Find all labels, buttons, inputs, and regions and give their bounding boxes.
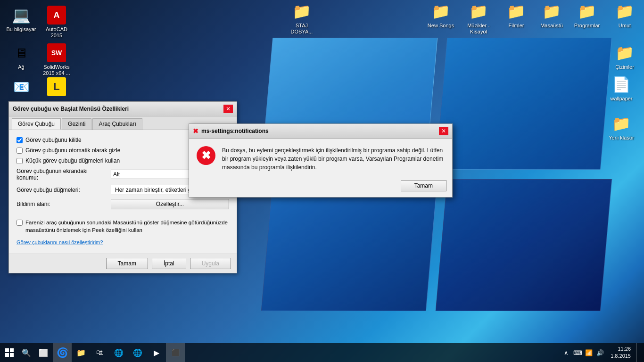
masaustu-icon: 📁 [542,2,561,21]
ozelleştir-button[interactable]: Özelleştir... [111,199,229,209]
muzikler-label: Müzikler - Kısayol [462,23,495,35]
filmler-label: Filmler [499,23,533,29]
ag-icon: 🖥 [12,43,31,62]
desktop-icon-ag[interactable]: 🖥 Ağ [2,41,40,72]
autocad-label: AutoCAD 2015 [40,26,74,39]
checkbox-gizle-input[interactable] [17,148,23,154]
tab-gezinti[interactable]: Gezinti [62,118,91,130]
yeni-klasor-label: Yeni klasör [604,135,638,141]
programlar-label: Programlar [570,23,604,29]
desktop-icon-cizimler[interactable]: 📁 Çizimler [606,41,644,72]
autocad-icon: A [47,6,66,25]
tray-keyboard-icon[interactable]: ⌨ [573,343,582,362]
checkbox-kucuk-label: Küçük görev çubuğu düğmeleri kullan [25,157,120,164]
tray-show-hidden[interactable]: ∧ [561,343,571,362]
svg-rect-2 [5,353,9,357]
wallpaper-label: wallpaper [604,96,638,102]
taskbar-props-footer: Tamam İptal Uygula [9,254,237,273]
footer-uygula-button[interactable]: Uygula [190,258,231,269]
bu-bilgisayar-label: Bu bilgisayar [4,26,38,33]
taskbar-chrome2-button[interactable]: 🌐 [128,343,147,362]
desktop-icon-outlook[interactable]: 📧 [2,75,40,100]
taskbar-chrome-button[interactable]: 🌐 [109,343,128,362]
error-message-text: Bu dosya, bu eylemi gerçekleştirmek için… [222,146,445,172]
desktop-icon-autocad[interactable]: A AutoCAD 2015 [38,4,75,41]
taskbar-tray: ∧ ⌨ 📶 🔊 11:26 1.8.2015 [561,343,644,362]
error-titlebar: ✖ ms-settings:notifications ✕ [189,124,452,139]
start-button[interactable] [0,343,19,362]
taskbar-props-close-button[interactable]: ✕ [223,105,233,113]
checkbox-peek-input[interactable] [17,220,23,226]
error-title-text: ms-settings:notifications [201,128,269,134]
checkbox-kilitle-input[interactable] [17,137,23,143]
taskbar-edge-button[interactable]: 🌀 [53,343,72,362]
desktop-icon-masaustu[interactable]: 📁 Masaüstü [533,0,570,31]
desktop-icon-programlar[interactable]: 📁 Programlar [568,0,606,31]
desktop-icon-umut[interactable]: 📁 Umut [606,0,644,31]
desktop-icon-l-icon[interactable]: L [38,75,75,100]
taskbar-file-explorer-button[interactable]: 📁 [72,343,91,362]
svg-rect-3 [10,353,14,357]
tray-volume-icon[interactable]: 🔊 [595,343,605,362]
cizimler-label: Çizimler [608,64,642,70]
tray-clock[interactable]: 11:26 1.8.2015 [607,345,635,361]
footer-iptal-button[interactable]: İptal [152,258,186,269]
task-view-button[interactable]: ⬜ [34,343,53,362]
error-close-button[interactable]: ✕ [439,127,448,135]
desktop-icon-filmler[interactable]: 📁 Filmler [497,0,535,31]
tab-gorev-cubugu[interactable]: Görev Çubuğu [12,118,61,130]
taskbar-media-button[interactable]: ▶ [147,343,166,362]
taskbar-props-title: Görev çubuğu ve Başlat Menüsü Özellikler… [13,106,129,112]
checkbox-kilitle-label: Görev çubuğunu kilitle [25,137,82,143]
taskbar: 🔍 ⬜ 🌀 📁 🛍 🌐 🌐 ▶ ⬛ ∧ ⌨ 📶 🔊 11:26 1.8.2015 [0,343,644,362]
programlar-icon: 📁 [578,2,596,21]
form-row-bildirim: Bildirim alanı: Özelleştir... [17,199,229,209]
masaustu-label: Masaüstü [535,23,569,29]
desktop-icon-yeni-klasor[interactable]: 📁 Yeni klasör [603,112,640,143]
footer-tamam-button[interactable]: Tamam [106,258,148,269]
form-label-bildirim: Bildirim alanı: [17,201,111,207]
desktop-icon-muzikler[interactable]: 📁 Müzikler - Kısayol [460,0,497,37]
error-dialog: ✖ ms-settings:notifications ✕ ✖ Bu dosya… [189,123,453,197]
taskbar-cmd-button[interactable]: ⬛ [166,343,185,362]
desktop-icon-new-songs[interactable]: 📁 New Songs [422,0,460,31]
svg-rect-1 [10,348,14,352]
solidworks-icon: SW [47,43,66,62]
solidworks-label: SolidWorks 2015 x64 ... [40,64,74,76]
staj-label: STAJ DOSYA... [285,23,319,35]
new-songs-label: New Songs [424,23,458,29]
search-button[interactable]: 🔍 [19,343,34,362]
win-panel-3 [261,179,438,311]
error-body: ✖ Bu dosya, bu eylemi gerçekleştirmek iç… [189,139,452,177]
outlook-icon: 📧 [12,77,31,96]
checkbox-gizle-label: Görev çubuğunu otomatik olarak gizle [25,147,120,154]
wallpaper-icon: 📄 [612,75,631,94]
checkbox-peek-label: Farenizi araç çubuğunun sonundaki Masaüs… [25,219,229,234]
error-footer: Tamam [189,177,452,197]
desktop-icon-solidworks[interactable]: SW SolidWorks 2015 x64 ... [38,41,75,78]
tab-arac-cubuklari[interactable]: Araç Çubukları [92,118,142,130]
form-label-dugmeler: Görev çubuğu düğmeleri: [17,187,111,193]
form-label-konum: Görev çubuğunun ekrandaki konumu: [17,168,111,181]
error-title-icon: ✖ [193,127,198,135]
umut-label: Umut [608,23,642,29]
desktop: 💻 Bu bilgisayar A AutoCAD 2015 📁 STAJ DO… [0,0,644,362]
staj-icon: 📁 [292,2,311,21]
clock-date: 1.8.2015 [611,353,631,360]
cizimler-icon: 📁 [615,43,634,62]
taskbar-store-button[interactable]: 🛍 [91,343,109,362]
win-panel-4 [436,179,612,311]
clock-time: 11:26 [611,346,631,353]
desktop-icon-staj[interactable]: 📁 STAJ DOSYA... [283,0,321,37]
ag-label: Ağ [4,64,38,70]
tray-show-desktop[interactable] [636,343,640,362]
checkbox-kucuk-input[interactable] [17,158,23,164]
customize-link[interactable]: Görev çubuklarını nasıl özelleştiririm? [17,239,229,245]
muzikler-icon: 📁 [469,2,488,21]
tray-network-icon[interactable]: 📶 [584,343,594,362]
desktop-icon-bu-bilgisayar[interactable]: 💻 Bu bilgisayar [2,4,40,34]
error-ok-button[interactable]: Tamam [401,180,446,191]
svg-rect-0 [5,348,9,352]
bu-bilgisayar-icon: 💻 [12,6,31,25]
desktop-icon-wallpaper[interactable]: 📄 wallpaper [603,73,640,104]
